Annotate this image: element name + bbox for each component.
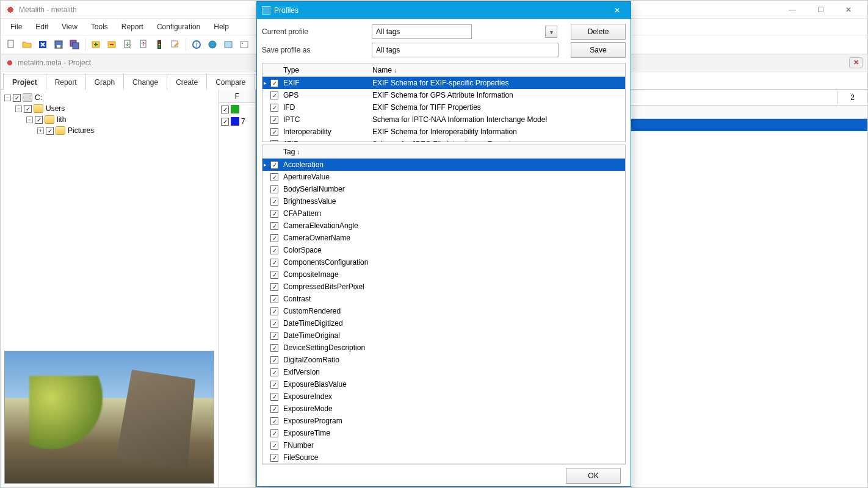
checkbox[interactable]: ✓ [270,368,278,376]
menu-configuration[interactable]: Configuration [151,20,206,34]
schema-row[interactable]: ✓JFIFSchema for JPEG File Interchange Fo… [262,138,625,142]
collapse-icon[interactable]: − [4,95,11,101]
schema-row[interactable]: ✓IPTCSchema for IPTC-NAA Information Int… [262,113,625,126]
checkbox[interactable]: ✓ [270,381,278,389]
checkbox[interactable]: ✓ [24,105,32,113]
close-button[interactable]: ✕ [834,1,863,19]
tag-row[interactable]: ✓BrightnessValue [262,195,625,207]
dialog-close-button[interactable]: ✕ [609,4,626,16]
tag-row[interactable]: ✓ExposureIndex [262,390,625,403]
edit-icon[interactable] [168,38,182,51]
tag-row[interactable]: ✓FNumber [262,439,625,451]
checkbox[interactable]: ✓ [270,173,278,181]
checkbox[interactable]: ✓ [270,332,278,340]
schema-row[interactable]: ▸✓EXIFEXIF Schema for EXIF-specific Prop… [262,77,625,89]
current-profile-value[interactable] [372,24,472,39]
menu-view[interactable]: View [56,20,84,34]
schema-row[interactable]: ✓IFDEXIF Schema for TIFF Properties [262,101,625,113]
tag-row[interactable]: ✓CameraElevationAngle [262,220,625,232]
tag-row[interactable]: ✓ExposureMode [262,403,625,415]
schema-row[interactable]: ✓GPSEXIF Schema for GPS Attribute Inform… [262,89,625,101]
dialog-titlebar[interactable]: Profiles ✕ [257,2,631,19]
save-icon[interactable] [52,38,65,51]
checkbox[interactable]: ✓ [270,210,278,218]
tag-row[interactable]: ✓Contrast [262,293,625,305]
tree-node[interactable]: −✓lith [4,114,215,125]
add-icon[interactable] [89,38,103,51]
new-icon[interactable] [4,38,18,51]
tag-row[interactable]: ✓DateTimeOriginal [262,329,625,342]
checkbox[interactable]: ✓ [270,128,278,136]
checkbox[interactable]: ✓ [270,222,278,230]
import-icon[interactable] [121,38,134,51]
tag-grid[interactable]: Tag↓ ▸✓Acceleration✓ApertureValue✓BodySe… [262,145,626,464]
file-row[interactable]: ✓7 [219,115,255,127]
file-row[interactable]: ✓ [219,103,255,115]
checkbox[interactable]: ✓ [270,283,278,291]
remove-icon[interactable] [105,38,118,51]
checkbox[interactable]: ✓ [270,246,278,254]
tab-graph[interactable]: Graph [85,74,124,90]
checkbox[interactable]: ✓ [270,429,278,437]
traffic-icon[interactable] [153,38,166,51]
current-profile-select[interactable]: ▾ [372,24,559,39]
globe-icon[interactable] [206,38,219,51]
tag-row[interactable]: ✓ColorSpace [262,244,625,256]
checkbox[interactable]: ✓ [270,356,278,364]
tag-row[interactable]: ✓DigitalZoomRatio [262,354,625,366]
checkbox[interactable]: ✓ [270,79,278,87]
tag-row[interactable]: ✓CustomRendered [262,305,625,317]
checkbox[interactable]: ✓ [270,185,278,193]
close-project-icon[interactable] [36,38,49,51]
schema-grid[interactable]: Type Name↓ ▸✓EXIFEXIF Schema for EXIF-sp… [262,63,626,142]
document-close-button[interactable]: ✕ [849,57,863,68]
minimize-button[interactable]: — [778,1,806,19]
delete-button[interactable]: Delete [571,24,626,40]
save-as-input[interactable] [372,43,559,57]
tag-row[interactable]: ✓DeviceSettingDescription [262,342,625,354]
maximize-button[interactable]: ☐ [806,1,834,19]
checkbox[interactable]: ✓ [270,454,278,462]
tag-row[interactable]: ✓ExifVersion [262,366,625,378]
tab-project[interactable]: Project [3,74,46,90]
tag-row[interactable]: ✓ExposureTime [262,427,625,439]
tag-row[interactable]: ✓CFAPattern [262,207,625,220]
menu-help[interactable]: Help [208,20,235,34]
type-header[interactable]: Type [281,66,370,74]
checkbox[interactable]: ✓ [270,104,278,112]
tab-report[interactable]: Report [46,74,86,90]
checkbox[interactable]: ✓ [270,405,278,413]
checkbox[interactable]: ✓ [270,259,278,267]
tag-row[interactable]: ✓ExposureBiasValue [262,378,625,390]
name-header[interactable]: Name↓ [370,66,625,74]
schema-row[interactable]: ✓InteroperabilityEXIF Schema for Interop… [262,126,625,138]
checkbox[interactable]: ✓ [270,271,278,279]
menu-file[interactable]: File [4,20,28,34]
export-icon[interactable] [137,38,150,51]
map-icon[interactable] [222,38,235,51]
checkbox[interactable]: ✓ [270,161,278,169]
menu-tools[interactable]: Tools [85,20,114,34]
checkbox[interactable]: ✓ [221,106,229,113]
tag-row[interactable]: ✓CompressedBitsPerPixel [262,281,625,293]
open-icon[interactable] [20,38,34,51]
tab-create[interactable]: Create [167,74,207,90]
save-button[interactable]: Save [571,42,626,58]
tag-row[interactable]: ✓ApertureValue [262,171,625,183]
tab-change[interactable]: Change [123,74,167,90]
checkbox[interactable]: ✓ [270,92,278,99]
tag-row[interactable]: ✓ComponentsConfiguration [262,256,625,268]
collapse-icon[interactable]: − [15,106,22,112]
tag-row[interactable]: ✓BodySerialNumber [262,183,625,195]
checkbox[interactable]: ✓ [270,344,278,352]
tag-row[interactable]: ✓DateTimeDigitized [262,317,625,329]
menu-edit[interactable]: Edit [29,20,54,34]
checkbox[interactable]: ✓ [270,320,278,328]
checkbox[interactable]: ✓ [270,417,278,425]
folder-tree[interactable]: −✓C:−✓Users−✓lith+✓Pictures [1,90,219,334]
save-all-icon[interactable] [68,38,81,51]
ok-button[interactable]: OK [566,468,621,484]
checkbox[interactable]: ✓ [35,116,43,124]
tag-header[interactable]: Tag↓ [281,148,625,156]
checkbox[interactable]: ✓ [270,198,278,206]
